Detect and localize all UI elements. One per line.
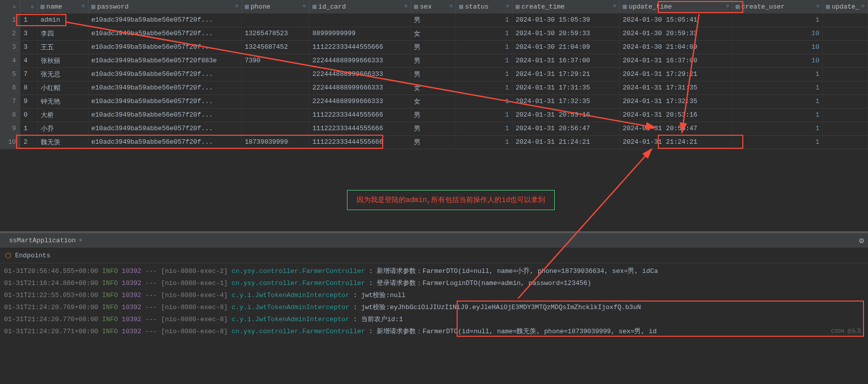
cell[interactable]: 2024-01-30 21:04:09 xyxy=(512,40,620,54)
column-header-create_time[interactable]: ▦create_time◇ xyxy=(512,0,620,13)
cell[interactable]: 男 xyxy=(411,108,456,122)
cell[interactable]: 张无忌 xyxy=(37,67,88,81)
cell[interactable]: 王五 xyxy=(37,40,88,54)
cell[interactable]: 1 xyxy=(456,27,512,40)
table-row[interactable]: 57张无忌e10adc3949ba59abbe56e057f20f...2224… xyxy=(0,67,868,81)
close-icon[interactable]: × xyxy=(79,237,82,244)
cell[interactable]: 大桥 xyxy=(37,108,88,122)
cell[interactable]: 钟无艳 xyxy=(37,94,88,108)
column-header-sex[interactable]: ▦sex◇ xyxy=(411,0,456,13)
cell[interactable]: 2024-01-31 20:56:47 xyxy=(512,122,620,135)
cell[interactable] xyxy=(823,40,868,54)
cell[interactable]: 2024-01-31 16:37:00 xyxy=(512,54,620,67)
table-row[interactable]: 91小乔e10adc3949ba59abbe56e057f20f...11122… xyxy=(0,122,868,135)
cell[interactable]: e10adc3949ba59abbe56e057f20f... xyxy=(88,122,241,135)
endpoints-bar[interactable]: ⬡ Endpoints xyxy=(0,248,868,263)
cell[interactable]: 2024-01-31 17:29:21 xyxy=(512,67,620,81)
cell[interactable]: 2024-01-31 17:29:21 xyxy=(620,67,732,81)
cell[interactable]: 男 xyxy=(411,67,456,81)
cell[interactable]: e10adc3949ba59abbe56e057f20f883e xyxy=(88,54,241,67)
cell[interactable]: 1 xyxy=(456,67,512,81)
cell[interactable]: 男 xyxy=(411,135,456,149)
cell[interactable]: 4 xyxy=(20,54,37,67)
cell[interactable] xyxy=(241,81,309,94)
cell[interactable]: 小乔 xyxy=(37,122,88,135)
column-header-id_card[interactable]: ▦id_card◇ xyxy=(309,0,411,13)
cell[interactable]: 1 xyxy=(456,40,512,54)
gear-icon[interactable]: ⚙ xyxy=(859,236,864,246)
cell[interactable]: 2024-01-30 20:59:33 xyxy=(620,27,732,40)
cell[interactable]: 1 xyxy=(732,108,823,122)
cell[interactable] xyxy=(823,27,868,40)
cell[interactable]: e10adc3949ba59abbe56e057f20f... xyxy=(88,13,241,27)
cell[interactable] xyxy=(241,94,309,108)
cell[interactable]: 2024-01-30 20:59:33 xyxy=(512,27,620,40)
cell[interactable]: 2024-01-30 15:05:41 xyxy=(620,13,732,27)
column-header-update_[interactable]: ▦update_◇ xyxy=(823,0,868,13)
cell[interactable]: e10adc3949ba59abbe56e057f20f... xyxy=(88,81,241,94)
cell[interactable]: 女 xyxy=(411,81,456,94)
cell[interactable] xyxy=(309,13,411,27)
cell[interactable]: 222444888999666333 xyxy=(309,54,411,67)
cell[interactable]: 6 xyxy=(0,81,20,94)
cell[interactable]: 111222333444555666 xyxy=(309,40,411,54)
cell[interactable] xyxy=(823,81,868,94)
cell[interactable]: e10adc3949ba59abbe56e057f20f... xyxy=(88,94,241,108)
cell[interactable]: 2024-01-30 15:05:39 xyxy=(512,13,620,27)
cell[interactable]: 2024-01-31 17:31:35 xyxy=(620,81,732,94)
cell[interactable]: 3 xyxy=(20,27,37,40)
cell[interactable]: 3 xyxy=(0,40,20,54)
cell[interactable]: 1 xyxy=(732,122,823,135)
cell[interactable]: 10 xyxy=(732,27,823,40)
cell[interactable] xyxy=(823,108,868,122)
cell[interactable]: 女 xyxy=(411,27,456,40)
cell[interactable]: 1 xyxy=(20,122,37,135)
cell[interactable]: 222444888999666333 xyxy=(309,67,411,81)
cell[interactable]: 13265478523 xyxy=(241,27,309,40)
column-header-phone[interactable]: ▦phone◇ xyxy=(241,0,309,13)
cell[interactable]: 男 xyxy=(411,122,456,135)
table-row[interactable]: 33王五e10adc3949ba59abbe56e057f20f...13245… xyxy=(0,40,868,54)
table-row[interactable]: 79钟无艳e10adc3949ba59abbe56e057f20f...2224… xyxy=(0,94,868,108)
cell[interactable]: 2024-01-31 17:31:35 xyxy=(512,81,620,94)
cell[interactable]: 1 xyxy=(732,81,823,94)
table-row[interactable]: 68小红帽e10adc3949ba59abbe56e057f20f...2224… xyxy=(0,81,868,94)
cell[interactable]: 1 xyxy=(732,67,823,81)
table-row[interactable]: 44张秋丽e10adc3949ba59abbe56e057f20f883e739… xyxy=(0,54,868,67)
column-header-password[interactable]: ▦password◇ xyxy=(88,0,241,13)
cell[interactable]: 2024-01-31 16:37:00 xyxy=(620,54,732,67)
cell[interactable]: 1 xyxy=(456,13,512,27)
cell[interactable]: 1 xyxy=(732,135,823,149)
cell[interactable] xyxy=(823,135,868,149)
cell[interactable]: 男 xyxy=(411,40,456,54)
cell[interactable]: e10adc3949ba59abbe56e057f20f... xyxy=(88,27,241,40)
cell[interactable] xyxy=(241,13,309,27)
cell[interactable]: 9 xyxy=(0,122,20,135)
cell[interactable]: 2024-01-31 17:32:35 xyxy=(620,94,732,108)
cell[interactable]: 1 xyxy=(456,108,512,122)
cell[interactable]: 8 xyxy=(20,81,37,94)
cell[interactable]: 111222333444555666 xyxy=(309,108,411,122)
cell[interactable]: 10 xyxy=(732,40,823,54)
cell[interactable]: 女 xyxy=(411,94,456,108)
cell[interactable]: 1 xyxy=(732,94,823,108)
cell[interactable] xyxy=(823,122,868,135)
cell[interactable]: 2024-01-31 21:24:21 xyxy=(512,135,620,149)
column-header-create_user[interactable]: ▦create_user◇ xyxy=(732,0,823,13)
table-row[interactable]: 11admine10adc3949ba59abbe56e057f20f...男1… xyxy=(0,13,868,27)
cell[interactable]: 男 xyxy=(411,13,456,27)
cell[interactable] xyxy=(241,122,309,135)
cell[interactable]: 2024-01-31 20:53:16 xyxy=(512,108,620,122)
cell[interactable]: 7 xyxy=(20,67,37,81)
column-header-name[interactable]: ▦name◇ xyxy=(37,0,88,13)
column-header-status[interactable]: ▦status◇ xyxy=(456,0,512,13)
cell[interactable]: 2024-01-30 21:04:09 xyxy=(620,40,732,54)
cell[interactable]: 5 xyxy=(0,67,20,81)
cell[interactable]: 2024-01-31 20:53:16 xyxy=(620,108,732,122)
cell[interactable]: 男 xyxy=(411,54,456,67)
cell[interactable]: e10adc3949ba59abbe56e057f20f... xyxy=(88,67,241,81)
column-header-id[interactable]: ◇ xyxy=(20,0,37,13)
cell[interactable]: 10 xyxy=(732,54,823,67)
cell[interactable]: 1 xyxy=(456,122,512,135)
cell[interactable]: 小红帽 xyxy=(37,81,88,94)
